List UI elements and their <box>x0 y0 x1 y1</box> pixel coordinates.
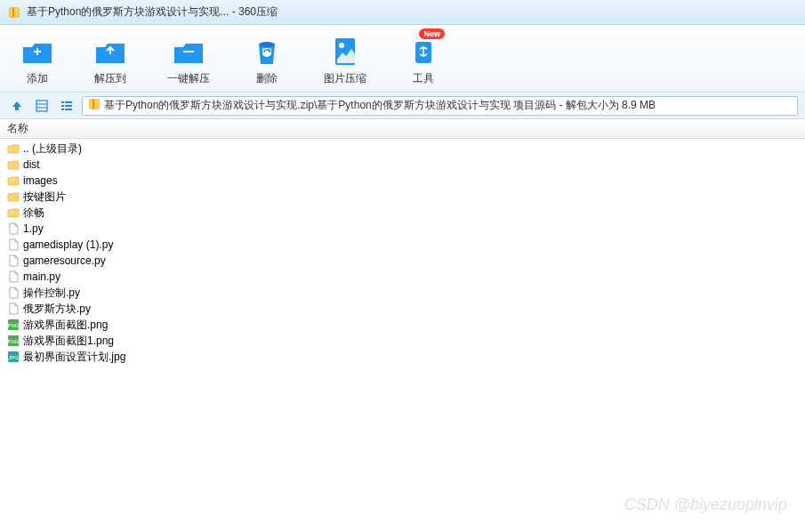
extract-to-label: 解压到 <box>94 71 126 86</box>
png-icon: PNG <box>7 318 20 331</box>
file-row[interactable]: 按键图片 <box>4 189 801 205</box>
file-row[interactable]: main.py <box>4 269 801 285</box>
svg-rect-1 <box>12 7 14 17</box>
file-row[interactable]: gameresource.py <box>4 253 801 269</box>
new-badge: New <box>419 28 445 39</box>
image-compress-label: 图片压缩 <box>324 71 366 86</box>
file-name: 俄罗斯方块.py <box>23 302 91 317</box>
file-name: 徐畅 <box>23 206 44 221</box>
svg-rect-17 <box>61 109 64 110</box>
jpg-icon: JPG <box>7 351 20 363</box>
svg-text:PNG: PNG <box>7 339 19 344</box>
file-icon <box>7 254 20 267</box>
folder-icon <box>7 206 20 219</box>
path-text: 基于Python的俄罗斯方块游戏设计与实现.zip\基于Python的俄罗斯方块… <box>104 98 656 113</box>
add-label: 添加 <box>27 71 48 86</box>
app-icon <box>7 5 21 20</box>
tools-icon <box>407 36 439 68</box>
one-click-extract-label: 一键解压 <box>167 71 210 86</box>
file-row[interactable]: JPG最初界面设置计划.jpg <box>4 349 801 365</box>
file-name: dist <box>23 158 40 171</box>
svg-text:JPG: JPG <box>8 355 19 360</box>
file-name: 按键图片 <box>23 189 66 205</box>
add-icon <box>21 36 53 68</box>
extract-to-button[interactable]: 解压到 <box>87 32 133 90</box>
svg-point-5 <box>259 42 275 47</box>
col-name: 名称 <box>7 121 28 136</box>
folder-icon <box>7 174 20 187</box>
file-icon <box>7 286 20 299</box>
path-field[interactable]: 基于Python的俄罗斯方块游戏设计与实现.zip\基于Python的俄罗斯方块… <box>82 96 798 116</box>
svg-text:PNG: PNG <box>7 323 19 328</box>
file-row[interactable]: images <box>4 173 801 189</box>
one-click-extract-icon <box>173 36 205 68</box>
svg-point-8 <box>339 43 344 48</box>
svg-rect-15 <box>61 105 64 107</box>
svg-rect-18 <box>65 109 72 110</box>
file-name: 游戏界面截图.png <box>23 318 108 333</box>
file-icon <box>7 270 20 283</box>
file-row[interactable]: gamedisplay (1).py <box>4 237 801 253</box>
svg-rect-13 <box>61 101 64 103</box>
file-name: gameresource.py <box>23 254 106 267</box>
file-row[interactable]: 徐畅 <box>4 205 801 221</box>
file-row[interactable]: dist <box>4 157 801 173</box>
file-name: main.py <box>23 270 60 283</box>
file-icon <box>7 222 20 235</box>
view-list-button[interactable] <box>57 96 76 116</box>
file-row[interactable]: 俄罗斯方块.py <box>4 301 801 317</box>
svg-rect-3 <box>36 48 38 55</box>
watermark: CSDN @biyezuopinvip <box>624 496 787 514</box>
file-row[interactable]: 操作控制.py <box>4 285 801 301</box>
tools-label: 工具 <box>413 71 434 86</box>
file-name: .. (上级目录) <box>23 141 82 157</box>
tools-button[interactable]: New 工具 <box>400 32 447 90</box>
file-row[interactable]: PNG游戏界面截图1.png <box>4 333 801 349</box>
titlebar: 基于Python的俄罗斯方块游戏设计与实现... - 360压缩 <box>0 0 805 25</box>
toolbar: 添加 解压到 一键解压 删除 图片压缩 New 工具 <box>0 25 805 93</box>
file-row[interactable]: PNG游戏界面截图.png <box>4 317 801 333</box>
add-button[interactable]: 添加 <box>14 32 60 90</box>
file-list: .. (上级目录)distimages按键图片徐畅1.pygamedisplay… <box>0 139 805 367</box>
delete-label: 删除 <box>256 71 278 86</box>
file-name: 操作控制.py <box>23 286 80 301</box>
svg-rect-10 <box>36 101 47 111</box>
up-button[interactable] <box>7 96 27 116</box>
one-click-extract-button[interactable]: 一键解压 <box>160 32 217 90</box>
file-icon <box>7 302 20 315</box>
delete-button[interactable]: 删除 <box>244 32 290 90</box>
file-row[interactable]: .. (上级目录) <box>4 141 801 157</box>
delete-icon <box>251 36 283 68</box>
image-compress-icon <box>329 36 361 68</box>
pathbar: 基于Python的俄罗斯方块游戏设计与实现.zip\基于Python的俄罗斯方块… <box>0 93 805 119</box>
window-title: 基于Python的俄罗斯方块游戏设计与实现... - 360压缩 <box>27 4 278 20</box>
file-name: 游戏界面截图1.png <box>23 334 114 349</box>
file-row[interactable]: 1.py <box>4 221 801 237</box>
png-icon: PNG <box>7 335 20 347</box>
svg-rect-20 <box>93 100 94 109</box>
image-compress-button[interactable]: 图片压缩 <box>317 32 374 90</box>
file-icon <box>7 238 20 251</box>
file-name: 1.py <box>23 222 44 235</box>
folder-icon <box>7 190 20 203</box>
svg-rect-4 <box>183 51 194 52</box>
svg-rect-16 <box>65 105 72 107</box>
view-details-button[interactable] <box>32 96 52 116</box>
column-header[interactable]: 名称 <box>0 119 805 139</box>
archive-icon <box>88 98 101 113</box>
file-name: gamedisplay (1).py <box>23 238 113 251</box>
extract-to-icon <box>94 36 126 68</box>
folder-up-icon <box>7 142 20 155</box>
svg-rect-14 <box>65 101 72 103</box>
folder-icon <box>7 158 20 171</box>
file-name: images <box>23 174 58 187</box>
file-name: 最初界面设置计划.jpg <box>23 350 125 365</box>
